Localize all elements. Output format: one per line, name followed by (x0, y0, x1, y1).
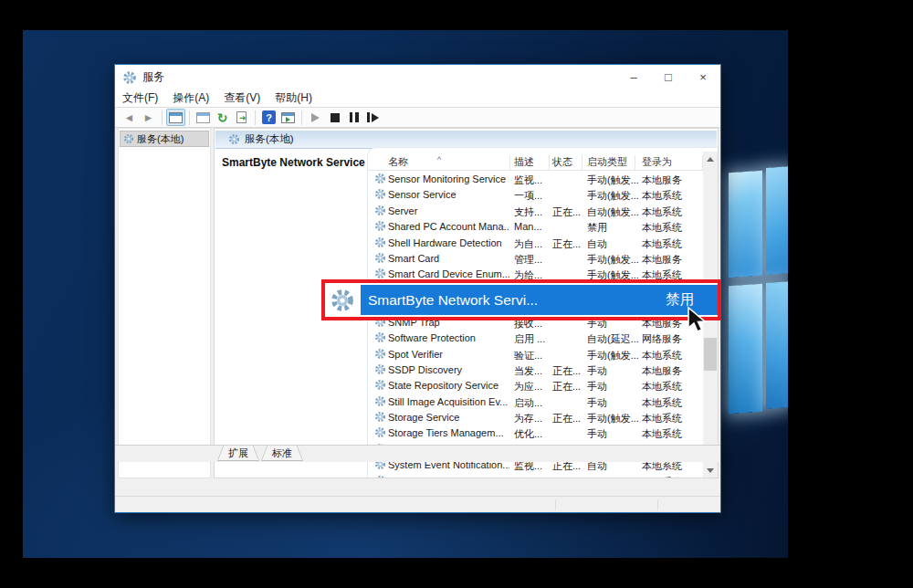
table-row[interactable]: Still Image Acquisition Ev... 启动... 手动 本… (368, 394, 703, 410)
back-button[interactable]: ◄ (120, 109, 139, 126)
table-row[interactable]: Storage Tiers Managem... 优化... 手动 本地系统 (368, 425, 703, 441)
service-status: 正在... (552, 364, 585, 378)
service-logon-as: 本地系统 (642, 380, 703, 394)
export-list-button[interactable] (232, 109, 251, 126)
selected-service-title: SmartByte Network Service (222, 156, 365, 169)
rows-above-selection: Sensor Monitoring Service 监视... 手动(触发...… (368, 172, 703, 283)
toolbar: ◄ ► ↻ ? (115, 108, 720, 128)
services-pane-header: 服务(本地) (215, 131, 717, 149)
show-action-pane-button[interactable] (278, 109, 298, 126)
tree-item-services-local[interactable]: 服务(本地) (120, 131, 209, 147)
service-description: 启用 ... (514, 332, 551, 346)
table-row[interactable]: SSDP Discovery 当发... 正在... 手动 本地服务 (368, 362, 703, 378)
restart-icon (367, 112, 379, 122)
service-gear-icon (374, 331, 386, 343)
maximize-button[interactable]: □ (651, 65, 686, 89)
table-row[interactable]: Sensor Monitoring Service 监视... 手动(触发...… (368, 172, 703, 187)
scrollbar-thumb[interactable] (704, 338, 717, 371)
tab-extended[interactable]: 扩展 (217, 446, 259, 461)
table-row[interactable]: Smart Card 管理... 手动(触发... 本地服务 (368, 251, 703, 267)
table-row[interactable]: Software Protection 启用 ... 自动(延迟... 网络服务 (368, 331, 703, 346)
service-startup-type: 手动(触发... (587, 349, 640, 362)
scroll-up-button[interactable] (703, 152, 718, 166)
service-gear-icon (374, 411, 386, 423)
column-header-startup-type[interactable]: 启动类型 (587, 155, 627, 169)
service-gear-icon (374, 205, 386, 216)
scroll-down-button[interactable] (703, 463, 718, 478)
service-gear-icon (374, 363, 386, 375)
mouse-cursor-icon (687, 307, 710, 334)
windows-logo-pane (766, 281, 788, 409)
selected-service-row[interactable]: SmartByte Network Servi... 禁用 (361, 285, 718, 315)
restart-service-button[interactable] (363, 109, 383, 126)
table-row[interactable]: System Events Broker 协调... 正在 自动(触发... 本… (368, 474, 703, 478)
menu-action[interactable]: 操作(A) (165, 89, 216, 107)
toolbar-separator (162, 110, 163, 125)
service-logon-as: 本地系统 (642, 189, 703, 203)
toolbar-separator (301, 110, 302, 125)
table-row[interactable]: Shell Hardware Detection 为自... 正在... 自动 … (368, 236, 703, 251)
services-app-icon (122, 70, 137, 85)
service-description: 支持... (514, 205, 551, 219)
menu-file[interactable]: 文件(F) (115, 89, 165, 107)
service-name: Still Image Acquisition Ev... (388, 396, 509, 407)
minimize-button[interactable]: – (616, 65, 651, 89)
service-name: Storage Service (388, 412, 509, 423)
header-separator (549, 155, 550, 171)
service-description: 为自... (514, 237, 551, 251)
service-description: 优化... (514, 427, 551, 441)
table-row[interactable]: Server 支持... 正在... 自动(触发... 本地系统 (368, 204, 703, 219)
column-header-logon-as[interactable]: 登录为 (642, 155, 672, 169)
service-gear-icon (122, 70, 137, 85)
service-gear-icon (374, 236, 386, 248)
service-logon-as: 本地系统 (642, 412, 703, 425)
table-row[interactable]: Storage Service 为存... 正在... 手动(触发... 本地系… (368, 410, 703, 425)
service-gear-icon (374, 426, 386, 438)
show-console-tree-button[interactable] (166, 109, 185, 126)
menu-view[interactable]: 查看(V) (216, 89, 268, 107)
menu-help[interactable]: 帮助(H) (268, 89, 320, 107)
service-logon-as: 本地系统 (642, 237, 703, 251)
service-logon-as: 网络服务 (642, 332, 703, 346)
tab-standard[interactable]: 标准 (261, 446, 303, 461)
pause-service-button[interactable] (344, 109, 363, 126)
service-gear-icon (374, 475, 386, 478)
service-name: Shell Hardware Detection (388, 237, 509, 248)
service-name: Sensor Service (388, 189, 509, 200)
refresh-button[interactable]: ↻ (213, 109, 232, 126)
service-name: System Events Broker (388, 476, 509, 478)
table-row[interactable]: State Repository Service 为应... 正在... 手动 … (368, 378, 703, 394)
column-header-description[interactable]: 描述 (514, 155, 534, 169)
help-button[interactable]: ? (259, 109, 278, 126)
table-row[interactable]: Spot Verifier 验证... 手动(触发... 本地系统 (368, 347, 703, 362)
services-node-icon (123, 133, 134, 144)
table-row[interactable]: Shared PC Account Mana... Man... 禁用 本地系统 (368, 219, 703, 235)
service-gear-icon (374, 252, 386, 264)
scroll-up-icon (707, 157, 714, 162)
service-gear-icon (330, 288, 355, 313)
start-service-button[interactable] (306, 109, 325, 126)
properties-button[interactable] (194, 109, 213, 126)
service-gear-icon (374, 188, 386, 200)
sort-ascending-icon: ^ (437, 155, 441, 164)
toolbar-separator (255, 110, 256, 125)
table-row[interactable]: Sensor Service 一项... 手动(触发... 本地系统 (368, 187, 703, 203)
service-description: 验证... (514, 349, 551, 362)
tree-item-label: 服务(本地) (137, 132, 184, 146)
service-gear-icon (374, 220, 386, 232)
service-startup-type: 手动(触发... (587, 412, 640, 425)
service-rows: Sensor Monitoring Service 监视... 手动(触发...… (368, 172, 703, 478)
column-header-status[interactable]: 状态 (552, 155, 572, 169)
service-startup-type: 手动 (587, 427, 640, 441)
stop-service-button[interactable] (325, 109, 344, 126)
forward-button[interactable]: ► (139, 109, 158, 126)
service-name: Software Protection (388, 332, 509, 343)
highlighted-service-callout[interactable]: SmartByte Network Servi... 禁用 (321, 279, 721, 320)
column-header-name[interactable]: 名称 (388, 155, 408, 169)
title-bar[interactable]: 服务 – □ × (115, 65, 720, 89)
service-gear-icon (374, 426, 386, 438)
status-separator (555, 499, 556, 510)
service-gear-icon (374, 348, 386, 360)
close-button[interactable]: × (686, 65, 720, 89)
service-startup-type: 手动 (587, 380, 640, 394)
